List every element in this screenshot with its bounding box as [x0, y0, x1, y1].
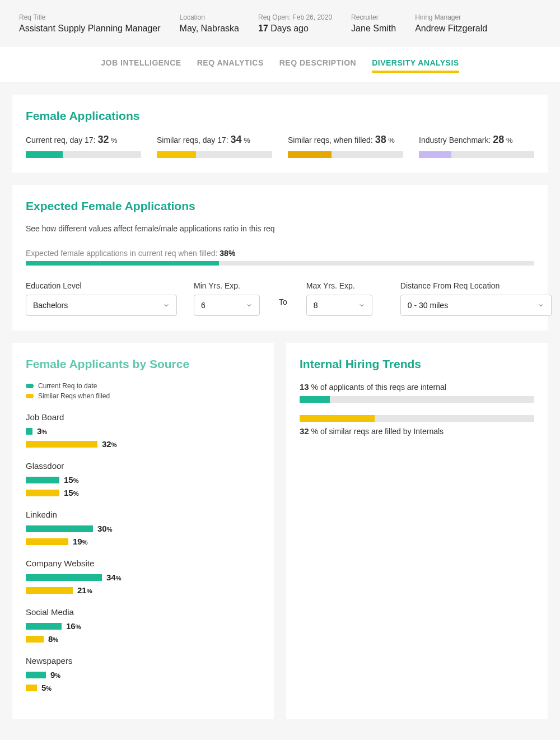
chevron-down-icon	[538, 302, 544, 309]
internal-trends-title: Internal Hiring Trends	[300, 357, 534, 371]
female-app-metric: Industry Benchmark: 28 %	[419, 134, 534, 158]
source-name: Company Website	[26, 559, 260, 568]
fa-bar-fill	[419, 151, 451, 158]
header-hiring-manager: Hiring Manager Andrew Fitzgerald	[415, 13, 487, 34]
source-similar-row: 32%	[26, 439, 260, 449]
source-current-row: 15%	[26, 475, 260, 485]
source-current-row: 9%	[26, 670, 260, 680]
req-title-label: Req Title	[19, 13, 161, 21]
female-applications-row: Current req, day 17: 32 %Similar reqs, d…	[26, 134, 534, 158]
source-similar-bar	[26, 685, 37, 691]
expected-bar	[26, 261, 534, 266]
source-current-bar	[26, 428, 32, 435]
source-block: Linkedin30%19%	[26, 510, 260, 546]
fa-bar-fill	[288, 151, 332, 158]
chevron-down-icon	[358, 302, 365, 309]
header-req-open: Req Open: Feb 26, 2020 17 Days ago	[258, 13, 332, 34]
source-block: Job Board3%32%	[26, 412, 260, 449]
by-source-title: Female Applicants by Source	[26, 357, 260, 371]
source-similar-bar	[26, 636, 44, 643]
distance-label: Distance From Req Location	[400, 281, 552, 290]
education-control: Education Level Bachelors	[26, 281, 177, 316]
fa-bar	[26, 151, 141, 158]
female-app-metric: Similar reqs, day 17: 34 %	[157, 134, 272, 158]
trend-line-2: 32 % of similar reqs are filled by Inter…	[300, 426, 534, 436]
source-similar-bar	[26, 587, 73, 594]
trend-bar-1	[300, 396, 534, 403]
source-similar-pct: 15%	[64, 488, 78, 497]
source-current-row: 34%	[26, 573, 260, 582]
source-current-bar	[26, 623, 62, 630]
trend-bar-1-fill	[300, 396, 330, 403]
legend-current: Current Req to date	[26, 382, 260, 390]
fa-bar-fill	[157, 151, 196, 158]
fa-bar-fill	[26, 151, 63, 158]
fa-bar	[419, 151, 534, 158]
source-similar-row: 5%	[26, 683, 260, 692]
female-app-metric: Current req, day 17: 32 %	[26, 134, 141, 158]
expected-bar-fill	[26, 261, 219, 266]
chevron-down-icon	[163, 302, 170, 309]
source-block: Company Website34%21%	[26, 559, 260, 595]
source-block: Newspapers9%5%	[26, 656, 260, 692]
tab-job-intelligence[interactable]: JOB INTELLIGENCE	[101, 58, 181, 73]
source-similar-pct: 5%	[41, 683, 52, 692]
source-similar-pct: 21%	[77, 585, 92, 595]
fa-label: Industry Benchmark: 28 %	[419, 134, 534, 146]
female-applications-title: Female Applications	[26, 109, 534, 123]
source-name: Linkedin	[26, 510, 260, 519]
header-recruiter: Recruiter Jane Smith	[351, 13, 396, 34]
source-name: Social Media	[26, 607, 260, 617]
source-similar-pct: 8%	[48, 634, 58, 644]
tab-req-analytics[interactable]: REQ ANALYTICS	[197, 58, 264, 73]
source-current-pct: 3%	[37, 426, 47, 436]
female-applications-card: Female Applications Current req, day 17:…	[12, 95, 548, 173]
recruiter-value: Jane Smith	[351, 24, 396, 34]
trend-line-1: 13 % of applicants of this reqs are inte…	[300, 382, 534, 392]
fa-label: Current req, day 17: 32 %	[26, 134, 141, 146]
source-name: Glassdoor	[26, 461, 260, 471]
source-similar-pct: 32%	[102, 439, 116, 449]
header-req-title: Req Title Assistant Supply Planning Mana…	[19, 13, 161, 34]
expected-female-card: Expected Female Applications See how dif…	[12, 185, 548, 331]
source-current-pct: 16%	[66, 621, 81, 631]
legend-similar: Similar Reqs when filled	[26, 392, 260, 400]
recruiter-label: Recruiter	[351, 13, 396, 21]
distance-value: 0 - 30 miles	[408, 301, 448, 310]
source-similar-bar	[26, 441, 97, 448]
bottom-row: Female Applicants by Source Current Req …	[12, 343, 548, 719]
source-block: Social Media16%8%	[26, 607, 260, 644]
source-current-pct: 30%	[97, 524, 112, 533]
chevron-down-icon	[246, 302, 253, 309]
hiring-manager-value: Andrew Fitzgerald	[415, 24, 487, 34]
distance-select[interactable]: 0 - 30 miles	[400, 295, 552, 316]
education-select[interactable]: Bachelors	[26, 295, 177, 316]
min-exp-select[interactable]: 6	[194, 295, 260, 316]
max-exp-select[interactable]: 8	[306, 295, 372, 316]
req-header: Req Title Assistant Supply Planning Mana…	[0, 0, 560, 47]
source-current-row: 30%	[26, 524, 260, 533]
expected-title: Expected Female Applications	[26, 199, 534, 213]
expected-line: Expected female applications in current …	[26, 249, 534, 258]
source-similar-row: 8%	[26, 634, 260, 644]
source-similar-row: 21%	[26, 585, 260, 595]
source-current-pct: 34%	[106, 573, 121, 582]
min-exp-label: Min Yrs. Exp.	[194, 281, 260, 290]
expected-controls: Education Level Bachelors Min Yrs. Exp. …	[26, 281, 534, 316]
min-exp-control: Min Yrs. Exp. 6	[194, 281, 260, 316]
source-similar-pct: 19%	[73, 537, 87, 546]
source-current-bar	[26, 477, 59, 483]
tab-req-description[interactable]: REQ DESCRIPTION	[279, 58, 356, 73]
by-source-card: Female Applicants by Source Current Req …	[12, 343, 274, 719]
source-block: Glassdoor15%15%	[26, 461, 260, 497]
source-current-pct: 15%	[64, 475, 78, 485]
by-source-legend: Current Req to date Similar Reqs when fi…	[26, 382, 260, 400]
expected-subtitle: See how different values affect female/m…	[26, 224, 534, 233]
location-value: May, Nabraska	[180, 24, 239, 34]
max-exp-label: Max Yrs. Exp.	[306, 281, 372, 290]
hiring-manager-label: Hiring Manager	[415, 13, 487, 21]
source-similar-bar	[26, 490, 59, 496]
req-open-value: 17 Days ago	[258, 24, 332, 34]
tab-diversity-analysis[interactable]: DIVERSITY ANALYSIS	[372, 58, 459, 73]
source-current-bar	[26, 525, 93, 532]
